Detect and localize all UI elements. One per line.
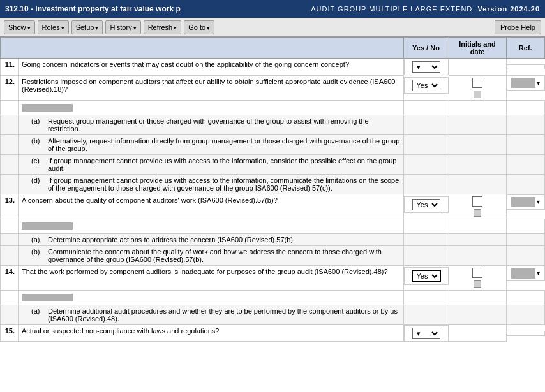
table-row: 13.A concern about the quality of compon… xyxy=(1,194,545,219)
probe-help-button[interactable]: Probe Help xyxy=(495,20,541,34)
yesno-select[interactable]: —YesNo xyxy=(412,270,441,282)
yesno-select[interactable]: —YesNo xyxy=(412,80,440,91)
sub-item-cell: (a)Determine appropriate actions to addr… xyxy=(19,233,404,245)
col-header-initials: Initials anddate xyxy=(449,38,506,59)
sub-row: (a)Determine additional audit procedures… xyxy=(1,305,545,324)
ref-empty xyxy=(506,305,545,324)
refresh-chevron-icon xyxy=(174,24,177,31)
col-header-question xyxy=(1,38,404,59)
gray-bar xyxy=(22,104,73,112)
small-indicator xyxy=(474,280,481,288)
ref-empty xyxy=(506,174,545,194)
yesno-select[interactable]: ▾YesNo xyxy=(412,61,440,73)
row-question: Going concern indicators or events that … xyxy=(19,59,404,76)
ref-value xyxy=(511,197,535,207)
ref-cell: ▾ xyxy=(507,194,545,210)
window-title: 312.10 - Investment property at fair val… xyxy=(5,4,311,13)
sub-label: (c) xyxy=(31,157,43,172)
ref-dropdown-icon[interactable]: ▾ xyxy=(537,270,540,277)
initials-empty xyxy=(449,154,506,174)
sub-text: If group management cannot provide us wi… xyxy=(48,177,400,192)
roles-button[interactable]: Roles xyxy=(38,20,69,34)
yesno-empty xyxy=(403,115,449,134)
history-chevron-icon xyxy=(133,24,137,31)
yesno-select[interactable]: ▾YesNo xyxy=(412,328,440,339)
ref-empty xyxy=(506,134,545,154)
yesno-cell[interactable]: —YesNo xyxy=(404,267,449,285)
small-indicator xyxy=(474,209,481,217)
initials-cell xyxy=(449,59,506,76)
row-number: 11. xyxy=(1,59,19,76)
yesno-empty xyxy=(403,233,449,245)
sub-row: (a)Determine appropriate actions to addr… xyxy=(1,233,545,245)
show-chevron-icon xyxy=(27,24,31,31)
initials-checkbox[interactable] xyxy=(472,196,482,207)
ref-dropdown-icon[interactable]: ▾ xyxy=(537,198,540,205)
yesno-empty xyxy=(403,245,449,265)
sub-label: (a) xyxy=(31,307,43,323)
ref-empty xyxy=(506,115,545,134)
ref-value xyxy=(511,78,535,88)
title-tags: AUDIT GROUP MULTIPLE LARGE EXTEND Versio… xyxy=(311,5,540,13)
gray-bar-row xyxy=(1,290,545,305)
history-button[interactable]: History xyxy=(105,20,140,34)
yesno-empty xyxy=(403,305,449,324)
ref-empty xyxy=(506,245,545,265)
table-row: 15.Actual or suspected non-compliance wi… xyxy=(1,324,545,342)
yesno-select[interactable]: —YesNo xyxy=(412,199,440,210)
yesno-cell[interactable]: —YesNo xyxy=(404,196,449,213)
row-question: That the work performed by component aud… xyxy=(19,265,404,290)
yesno-empty xyxy=(403,174,449,194)
sub-row: (d)If group management cannot provide us… xyxy=(1,174,545,194)
refresh-button[interactable]: Refresh xyxy=(144,20,182,34)
sub-text: Determine appropriate actions to address… xyxy=(48,236,400,243)
sub-item-cell: (b)Alternatively, request information di… xyxy=(19,134,404,154)
initials-checkbox[interactable] xyxy=(472,78,482,88)
row-question: A concern about the quality of component… xyxy=(19,194,404,219)
col-header-ref: Ref. xyxy=(506,38,545,59)
ref-dropdown-icon[interactable]: ▾ xyxy=(537,80,540,87)
ref-empty xyxy=(506,154,545,174)
gray-bar-row xyxy=(1,219,545,233)
initials-empty xyxy=(449,305,506,324)
sub-label: (b) xyxy=(31,137,43,152)
title-bar: 312.10 - Investment property at fair val… xyxy=(0,0,545,18)
sub-label: (a) xyxy=(31,117,43,133)
initials-empty xyxy=(449,174,506,194)
gray-bar-row xyxy=(1,100,545,115)
show-button[interactable]: Show xyxy=(4,20,35,34)
ref-empty xyxy=(506,233,545,245)
sub-item-cell: (b)Communicate the concern about the qua… xyxy=(19,245,404,265)
yesno-cell[interactable]: ▾YesNo xyxy=(404,59,449,75)
audit-table: Yes / No Initials anddate Ref. 11.Going … xyxy=(0,37,545,342)
goto-button[interactable]: Go to xyxy=(184,20,214,34)
table-row: 11.Going concern indicators or events th… xyxy=(1,59,545,76)
gray-bar xyxy=(22,294,73,301)
initials-cell xyxy=(449,194,506,219)
row-number: 15. xyxy=(1,324,19,342)
yesno-cell[interactable]: —YesNo xyxy=(404,77,449,94)
setup-button[interactable]: Setup xyxy=(71,20,103,34)
yesno-cell[interactable]: ▾YesNo xyxy=(404,325,449,342)
initials-checkbox[interactable] xyxy=(472,268,482,278)
table-row: 12.Restrictions imposed on component aud… xyxy=(1,75,545,100)
row-number: 13. xyxy=(1,194,19,219)
row-question: Restrictions imposed on component audito… xyxy=(19,75,404,100)
sub-row: (a)Request group management or those cha… xyxy=(1,115,545,134)
gray-bar xyxy=(22,222,73,230)
sub-text: Communicate the concern about the qualit… xyxy=(48,248,400,263)
initials-empty xyxy=(449,115,506,134)
ref-value xyxy=(511,268,535,279)
yesno-empty xyxy=(403,134,449,154)
sub-label: (a) xyxy=(31,236,43,243)
sub-text: Alternatively, request information direc… xyxy=(48,137,400,152)
sub-row: (b)Communicate the concern about the qua… xyxy=(1,245,545,265)
sub-text: If group management cannot provide us wi… xyxy=(48,157,400,172)
roles-chevron-icon xyxy=(61,24,64,31)
ref-cell xyxy=(507,64,545,69)
toolbar: Show Roles Setup History Refresh Go to P… xyxy=(0,18,545,37)
sub-label: (b) xyxy=(31,248,43,263)
row-number: 14. xyxy=(1,265,19,290)
sub-row: (b)Alternatively, request information di… xyxy=(1,134,545,154)
main-content: Yes / No Initials anddate Ref. 11.Going … xyxy=(0,37,545,392)
